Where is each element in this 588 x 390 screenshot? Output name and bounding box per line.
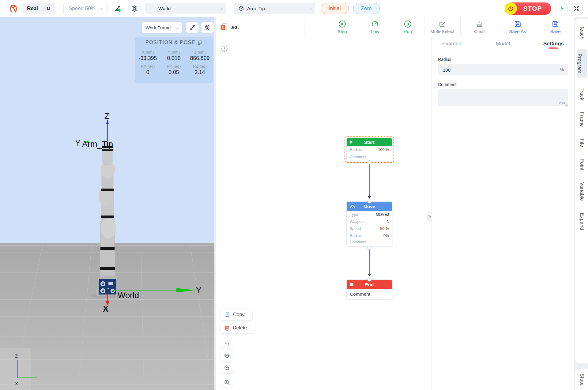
sidetab-variable[interactable]: Variable (579, 179, 585, 204)
power-supply-button[interactable] (556, 3, 568, 14)
copy-pose-icon[interactable] (197, 40, 202, 45)
divider (582, 131, 582, 135)
resize-grip-icon[interactable] (564, 103, 567, 107)
delete-label: Delete (233, 325, 247, 331)
collapse-arrows-icon (574, 6, 580, 12)
run-button[interactable]: Run (391, 17, 424, 37)
pose-field-label: Y(mm) (161, 50, 187, 54)
arrow-down-icon (368, 196, 371, 199)
comment-textarea[interactable] (438, 89, 568, 106)
arc-move-icon (350, 205, 355, 208)
tool-frame-dropdown[interactable]: Arm_Tip (234, 3, 315, 14)
tab-model[interactable]: Model (494, 37, 512, 50)
pose-field-value: 0 (135, 69, 161, 76)
node-settings-panel: Example Model Settings Radius % Comment … (432, 37, 574, 390)
work-frame-dropdown[interactable]: Work Frame (142, 22, 182, 33)
move-output-port[interactable] (368, 246, 371, 250)
multi-select-button[interactable]: Multi-Select (424, 17, 460, 37)
step-button[interactable]: Step (326, 17, 359, 37)
save-as-icon (514, 20, 522, 28)
sidetab-program[interactable]: Program (577, 49, 587, 78)
speed-dropdown[interactable]: Speed 50% (63, 3, 107, 14)
zoom-in-button[interactable] (221, 377, 233, 388)
program-area: test Step Low (216, 17, 574, 390)
flow-node-start[interactable]: Start Radius 100 % Comment (345, 136, 394, 163)
low-speed-button[interactable]: Low (359, 17, 391, 37)
center-view-button[interactable] (221, 351, 233, 361)
row-label: Waypoint (350, 219, 366, 224)
save-button[interactable]: Save (537, 17, 574, 37)
pose-field-value: 0.016 (161, 55, 187, 62)
zoom-in-icon (224, 379, 230, 385)
initial-pose-button[interactable]: Initial (321, 3, 349, 14)
sidetab-track[interactable]: Track (579, 84, 585, 103)
info-icon[interactable] (221, 45, 228, 52)
stop-button[interactable]: STOP (505, 2, 551, 15)
save-as-label: Save As (509, 29, 526, 34)
clear-broom-icon (476, 20, 484, 28)
flow-node-move[interactable]: Move Type MOVEJ Waypoint 1 Speed 50 % (346, 201, 392, 246)
move-input-port[interactable] (368, 200, 371, 204)
run-label: Run (404, 29, 412, 34)
radius-input[interactable] (438, 64, 568, 75)
row-label: Comment (350, 155, 366, 159)
sidetab-state[interactable]: State (579, 370, 585, 389)
row-label: Speed (350, 227, 361, 231)
comment-field-label: Comment (438, 82, 568, 87)
end-node-title: End (365, 282, 374, 287)
node-row: Type MOVEJ (347, 211, 392, 218)
calibration-button[interactable] (128, 3, 141, 14)
world-origin-label: World (118, 291, 139, 300)
tab-example[interactable]: Example (440, 37, 464, 50)
pose-field-value: 0.05 (161, 69, 187, 76)
world-frame-dropdown[interactable]: World (145, 3, 226, 14)
clear-button[interactable]: Clear (461, 17, 499, 37)
spacer (304, 17, 326, 37)
zero-pose-button[interactable]: Zero (353, 3, 380, 14)
copy-node-button[interactable]: Copy (221, 309, 252, 320)
pose-field-label: RY(rad) (161, 64, 187, 69)
end-comment-row: Comment (347, 289, 392, 299)
swap-vertical-icon (46, 6, 51, 11)
row-value: 1 (387, 219, 389, 224)
delete-node-button[interactable]: Delete (221, 322, 255, 333)
side-tab-strip: Teach Program Track Frame File Point Var… (575, 17, 588, 390)
flow-edge (369, 164, 370, 197)
radius-field-label: Radius (438, 57, 568, 62)
gizmo-x-label: X (15, 381, 18, 386)
collapse-view-button[interactable] (571, 3, 582, 14)
tab-settings[interactable]: Settings (541, 37, 566, 50)
save-as-button[interactable]: Save As (499, 17, 537, 37)
divider (582, 80, 582, 84)
step-label: Step (337, 29, 347, 34)
flow-node-end[interactable]: End Comment (346, 279, 392, 299)
undo-button[interactable] (221, 338, 233, 349)
flow-canvas[interactable]: Start Radius 100 % Comment (216, 37, 432, 390)
collapse-panel-handle[interactable] (427, 212, 432, 222)
node-row: Radius 100 % (347, 146, 392, 153)
sidetab-frame[interactable]: Frame (579, 109, 585, 130)
zoom-out-button[interactable] (221, 363, 233, 373)
robot-status-button[interactable] (112, 3, 123, 14)
trajectory-toggle-button[interactable] (186, 22, 199, 33)
target-icon (224, 353, 230, 359)
node-row: Waypoint 1 (347, 218, 392, 225)
pose-title-text: POSITION & POSE (145, 40, 195, 45)
trash-icon (224, 325, 230, 331)
start-output-port[interactable] (368, 160, 371, 164)
sidetab-point[interactable]: Point (579, 156, 585, 174)
divider (42, 6, 42, 12)
pose-field-value: -33.395 (135, 55, 161, 62)
zoom-out-icon (224, 365, 230, 371)
sidetab-teach[interactable]: Teach (579, 23, 585, 43)
view-reset-button[interactable] (201, 22, 214, 33)
clear-label: Clear (474, 29, 485, 34)
gizmo-z-label: Z (15, 353, 18, 358)
program-file-icon (221, 23, 228, 31)
stop-square-icon (350, 283, 353, 286)
mode-toggle-real[interactable]: Real (23, 3, 55, 14)
end-input-port[interactable] (368, 278, 371, 282)
sidetab-expand[interactable]: Expand (579, 210, 585, 233)
sidetab-file[interactable]: File (579, 136, 585, 150)
3d-viewport[interactable]: Z Y Arm_Tip World Y X Z X Work Frame (0, 17, 214, 390)
